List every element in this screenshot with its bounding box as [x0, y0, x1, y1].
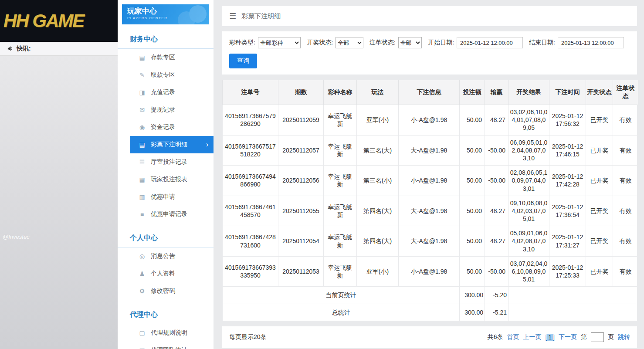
current-page[interactable]: [1]: [545, 334, 555, 341]
table-row: 40156917366751751822020250112057幸运飞艇新第三名…: [223, 135, 638, 166]
jump-button[interactable]: 跳转: [618, 333, 630, 341]
speaker-icon: [7, 45, 14, 52]
sidebar-item-recharge-record[interactable]: ◨充值记录: [130, 84, 214, 101]
cell-draw-status: 已开奖: [586, 166, 613, 196]
cell-bet-time: 2025-01-12 17:42:28: [549, 166, 586, 196]
column-header-issue: 期数: [278, 80, 324, 105]
sidebar-item-label: 优惠申请: [151, 193, 175, 201]
next-page-link[interactable]: 下一页: [559, 333, 577, 341]
sidebar-item-agent-team-stats[interactable]: ▥代理团队统计: [130, 342, 214, 349]
first-page-link[interactable]: 首页: [507, 333, 519, 341]
current-page-number: 1: [547, 334, 553, 341]
cell-order-status: 有效: [613, 166, 638, 196]
filter-panel: 彩种类型: 全部彩种 开奖状态: 全部 注单状态: 全部 开始日期: 结束日期:…: [222, 31, 637, 75]
summary-label: 总统计: [223, 304, 460, 321]
cell-play: 第四名(大): [357, 226, 399, 257]
cell-draw-result: 06,09,05,01,02,04,08,07,03,10: [508, 135, 549, 166]
cell-bet-info: 小-A盘@1.98: [399, 166, 460, 196]
photo-watermark: @Investec: [3, 234, 30, 240]
summary-row: 当前页统计300.00-5.20: [223, 287, 638, 304]
sidebar-item-announcement[interactable]: ◎消息公告: [130, 247, 214, 265]
table-row: 40156917366742873160020250112054幸运飞艇新第四名…: [223, 226, 638, 257]
start-date-input[interactable]: [457, 37, 523, 48]
lottery-type-select[interactable]: 全部彩种: [258, 37, 301, 48]
cell-lottery-name: 幸运飞艇新: [324, 196, 357, 226]
draw-status-select[interactable]: 全部: [336, 37, 363, 48]
sidebar-item-label: 资金记录: [151, 123, 175, 131]
column-header-order-status: 注单状态: [613, 80, 638, 105]
cell-order-no: 401569173667393335950: [223, 256, 278, 287]
cell-play: 第三名(小): [357, 166, 399, 196]
sidebar-item-lottery-bet-detail[interactable]: ▤彩票下注明细›: [130, 136, 214, 153]
end-date-label: 结束日期:: [529, 39, 555, 47]
cell-draw-result: 05,09,01,06,04,02,08,07,03,10: [508, 226, 549, 257]
cell-win-loss: 48.27: [485, 196, 508, 226]
cell-order-status: 有效: [613, 196, 638, 226]
funds-record-icon: ◉: [139, 124, 146, 131]
sidebar-item-withdraw[interactable]: ✎取款专区: [130, 66, 214, 84]
site-background: HH GAME 快讯: @Investec: [0, 0, 118, 349]
order-status-select[interactable]: 全部: [398, 37, 422, 48]
sidebar-subtitle: PLAYERS CENTER: [127, 16, 204, 20]
cell-bet-amount: 50.00: [460, 196, 485, 226]
summary-label: 当前页统计: [223, 287, 460, 304]
sidebar-section-title: 代理中心: [118, 307, 214, 324]
bracket-close: ]: [553, 334, 555, 341]
table-row: 40156917366757928629020250112059幸运飞艇新亚军(…: [223, 105, 638, 136]
sidebar-item-label: 充值记录: [151, 88, 175, 96]
sidebar-item-label: 存款专区: [151, 54, 175, 61]
search-button[interactable]: 查询: [229, 54, 257, 68]
sidebar-item-label: 消息公告: [151, 252, 175, 260]
page-jump-input[interactable]: [591, 332, 604, 342]
jump-suffix: 页: [608, 333, 614, 341]
column-header-win-loss: 输赢: [485, 80, 508, 105]
sidebar-item-deposit[interactable]: ▤存款专区: [130, 49, 214, 66]
topbar: ☰ 彩票下注明细: [222, 6, 637, 26]
sidebar: 玩家中心 PLAYERS CENTER 财务中心▤存款专区✎取款专区◨充值记录✉…: [118, 0, 214, 349]
column-header-draw-status: 开奖状态: [586, 80, 613, 105]
sidebar-item-promo-apply-record[interactable]: ≡优惠申请记录: [130, 206, 214, 223]
cell-bet-amount: 50.00: [460, 256, 485, 287]
table-row: 40156917366739333595020250112053幸运飞艇新亚军(…: [223, 256, 638, 287]
sidebar-item-change-password[interactable]: ⚙修改密码: [130, 282, 214, 300]
end-date-input[interactable]: [558, 37, 624, 48]
sidebar-item-hall-bet-record[interactable]: ☰厅室投注记录: [130, 153, 214, 171]
sidebar-item-withdrawal-record[interactable]: ✉提现记录: [130, 101, 214, 119]
sidebar-item-label: 提现记录: [151, 106, 175, 114]
sidebar-section-title: 财务中心: [118, 31, 214, 49]
cell-bet-amount: 50.00: [460, 226, 485, 257]
main-content: ☰ 彩票下注明细 彩种类型: 全部彩种 开奖状态: 全部 注单状态: 全部 开始…: [214, 0, 644, 349]
sidebar-item-funds-record[interactable]: ◉资金记录: [130, 119, 214, 136]
lottery-bet-detail-icon: ▤: [139, 141, 146, 148]
cell-draw-status: 已开奖: [586, 105, 613, 136]
sidebar-item-agent-rules[interactable]: ▢代理规则说明: [130, 324, 214, 342]
cell-draw-result: 09,10,06,08,04,02,03,07,05,01: [508, 196, 549, 226]
cell-lottery-name: 幸运飞艇新: [324, 226, 357, 257]
pagination: 共6条 首页 上一页 [1] 下一页 第 页 跳转: [488, 332, 630, 342]
page-title: 彩票下注明细: [241, 12, 281, 20]
draw-status-label: 开奖状态:: [307, 39, 333, 47]
sidebar-item-promo-apply[interactable]: ▥优惠申请: [130, 188, 214, 206]
cell-play: 第三名(大): [357, 135, 399, 166]
summary-empty: [508, 287, 638, 304]
sidebar-item-profile[interactable]: ♟个人资料: [130, 265, 214, 282]
cell-win-loss: -50.00: [485, 166, 508, 196]
cell-draw-status: 已开奖: [586, 256, 613, 287]
cell-draw-status: 已开奖: [586, 226, 613, 257]
sidebar-header: 玩家中心 PLAYERS CENTER: [122, 4, 209, 24]
sidebar-item-label: 代理团队统计: [151, 346, 187, 349]
chevron-right-icon: ›: [206, 141, 208, 149]
agent-team-stats-icon: ▥: [139, 347, 146, 349]
sidebar-item-label: 个人资料: [151, 270, 175, 278]
profile-icon: ♟: [139, 270, 146, 277]
column-header-draw-result: 开奖结果: [508, 80, 549, 105]
cell-bet-amount: 50.00: [460, 105, 485, 136]
prev-page-link[interactable]: 上一页: [523, 333, 541, 341]
cell-play: 第四名(大): [357, 196, 399, 226]
sidebar-menu: 财务中心▤存款专区✎取款专区◨充值记录✉提现记录◉资金记录▤彩票下注明细›☰厅室…: [118, 31, 214, 349]
sidebar-item-player-bet-report[interactable]: ▦玩家投注报表: [130, 171, 214, 188]
stage-photo: @Investec: [0, 56, 118, 349]
cell-draw-result: 03,02,06,10,04,01,07,08,09,05: [508, 105, 549, 136]
menu-toggle-icon[interactable]: ☰: [229, 11, 236, 21]
per-page-text: 每页显示20条: [229, 333, 267, 341]
